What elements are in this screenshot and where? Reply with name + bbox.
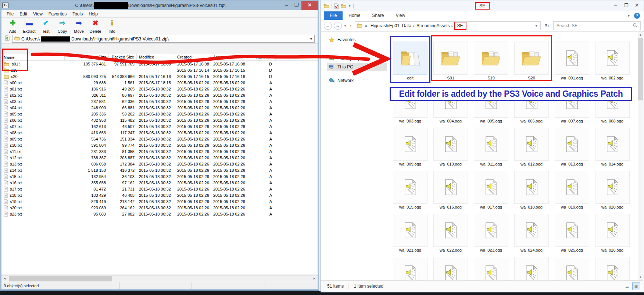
menu-item-favorites[interactable]: Favorites <box>46 11 69 17</box>
scrollbar-thumb[interactable] <box>9 276 112 281</box>
toolbar-button-copy[interactable]: ⇨Copy <box>54 18 71 34</box>
maximize-button[interactable]: ❐ <box>621 1 632 10</box>
scroll-right-icon[interactable]: ► <box>311 276 318 282</box>
toolbar-button-add[interactable]: ✚Add <box>4 18 21 34</box>
menu-item-edit[interactable]: Edit <box>17 11 30 17</box>
archive-row[interactable]: s17.txt81 47221 7312015-05-18 00:322015-… <box>1 186 318 192</box>
file-tile[interactable]: wa_017.ogg <box>474 171 508 204</box>
column-header-modified[interactable]: Modified <box>137 54 175 60</box>
vertical-scrollbar[interactable]: ▲ ▼ <box>638 32 643 280</box>
menu-item-view[interactable]: View <box>30 11 46 17</box>
archive-row[interactable]: s23.txt95 68327 0822015-05-18 00:322015-… <box>1 211 318 217</box>
file-tile[interactable]: wa_023.ogg <box>474 214 508 247</box>
menu-item-tools[interactable]: Tools <box>69 11 86 17</box>
file-tile[interactable]: wa_003.ogg <box>393 85 427 118</box>
file-tile[interactable] <box>595 257 630 281</box>
breadcrumb-item[interactable]: HigurashiEp01_Data <box>369 23 413 28</box>
horizontal-scrollbar[interactable]: ◄ ► <box>1 275 318 282</box>
folder-tile[interactable]: S19 <box>474 42 508 75</box>
file-tile[interactable]: wa_020.ogg <box>595 171 630 204</box>
archive-row[interactable]: s06.txt432 950115 4822015-05-18 00:32201… <box>1 117 318 123</box>
archive-row[interactable]: s04.txt248 90066 8812015-05-18 00:322015… <box>1 104 318 111</box>
tab-file[interactable]: File <box>324 11 343 20</box>
close-button[interactable]: ✕ <box>301 1 318 10</box>
search-input[interactable]: Search SE <box>553 21 641 30</box>
column-header-attributes[interactable]: Attributes <box>247 54 276 60</box>
file-tile[interactable] <box>393 257 427 281</box>
help-icon[interactable]: ? <box>634 13 640 19</box>
archive-row[interactable]: s01105 376 48197 591 7092015-05-17 16:08… <box>1 61 318 67</box>
file-tile[interactable] <box>433 257 468 281</box>
tab-view[interactable]: View <box>390 11 411 20</box>
breadcrumb-item[interactable]: SE <box>454 22 466 30</box>
maximize-button[interactable]: ❐ <box>291 1 301 10</box>
sevenzip-titlebar[interactable]: 7z C:\Users\Downloads\Higurashi\Higurash… <box>0 0 319 10</box>
file-tile[interactable]: wa_007.ogg <box>555 85 589 118</box>
column-header-created[interactable]: Created <box>175 54 211 60</box>
archive-row[interactable]: s13.txt606 058172 3842015-05-18 00:32201… <box>1 161 318 167</box>
column-header-accessed[interactable]: Accessed <box>211 54 247 60</box>
file-tile[interactable]: wa_005.ogg <box>474 85 508 118</box>
menu-item-help[interactable]: Help <box>86 11 101 17</box>
file-tile[interactable] <box>514 257 549 281</box>
archive-row[interactable]: s11.txt281 33381 3552015-05-18 00:322015… <box>1 148 318 154</box>
toolbar-button-info[interactable]: ℹInfo <box>104 18 120 34</box>
archive-row[interactable]: s12.txt738 367203 8872015-05-18 00:32201… <box>1 154 318 161</box>
archive-row[interactable]: s08.txt416 653117 2472015-05-18 00:32201… <box>1 129 318 136</box>
archive-row[interactable]: s01.txt186 91649 2652015-05-18 00:322015… <box>1 86 318 92</box>
file-tile[interactable]: wa_014.ogg <box>595 128 630 161</box>
scrollbar-thumb[interactable] <box>638 38 643 100</box>
archive-row[interactable]: s20.txt923 089264 1622015-05-18 00:32201… <box>1 205 318 211</box>
toolbar-button-test[interactable]: ✔Test <box>37 18 54 34</box>
recent-locations-icon[interactable]: ▼ <box>344 24 347 28</box>
tab-home[interactable]: Home <box>343 11 366 20</box>
archive-row[interactable]: s192015-05-17 16:142015-05-17 16:15D <box>1 67 318 73</box>
sidebar-item-homegroup[interactable]: Homegroup <box>327 54 363 62</box>
up-button[interactable]: ↑ <box>348 23 353 29</box>
archive-row[interactable]: s16.txt355 65897 1622015-05-18 00:322015… <box>1 180 318 186</box>
file-tile[interactable]: wa_008.ogg <box>595 85 630 118</box>
file-tile[interactable]: wa_002.ogg <box>595 42 630 75</box>
column-header-name[interactable]: Name <box>1 54 65 60</box>
archive-row[interactable]: s18.txt183 42946 4052015-05-18 00:322015… <box>1 192 318 198</box>
folder-tile[interactable]: S01 <box>433 42 468 75</box>
forward-button[interactable]: → <box>334 22 342 30</box>
toolbar-button-move[interactable]: ➡Move <box>71 18 87 34</box>
file-tile[interactable]: wa_022.ogg <box>433 214 468 247</box>
explorer-titlebar[interactable]: | ▼| SE – ❐ ✕ <box>321 0 644 11</box>
toolbar-button-extract[interactable]: ▬Extract <box>21 18 37 34</box>
ribbon-expand-icon[interactable]: ▼ <box>627 14 630 18</box>
breadcrumb-item[interactable]: StreamingAssets <box>415 23 452 28</box>
up-one-level-icon[interactable] <box>4 35 10 42</box>
file-tile[interactable]: wa_025.ogg <box>555 214 589 247</box>
file-tile[interactable]: wa_010.ogg <box>433 128 468 161</box>
file-tile[interactable]: wa_006.ogg <box>514 85 549 118</box>
sevenzip-address-combo[interactable]: C:\Users\Downloads\Higurashi\HigurashiPS… <box>12 35 315 43</box>
thumbnail-view-icon[interactable]: ▣ <box>632 282 640 290</box>
file-tile[interactable]: wa_012.ogg <box>514 128 549 161</box>
scroll-up-icon[interactable]: ▲ <box>638 32 643 38</box>
address-dropdown-icon[interactable]: ▼ <box>308 35 314 42</box>
address-bar[interactable]: « HigurashiEp01_Data▸StreamingAssets▸SE … <box>355 21 541 30</box>
archive-row[interactable]: s02.txt326 31186 6972015-05-18 00:322015… <box>1 92 318 98</box>
tab-share[interactable]: Share <box>366 11 390 20</box>
archive-row[interactable]: s05.txt205 33658 2022015-05-18 00:322015… <box>1 111 318 117</box>
folder-tile[interactable]: S20 <box>514 42 549 75</box>
customize-chevron-icon[interactable]: ▼ <box>348 4 351 8</box>
folder-tile[interactable]: edit <box>393 42 427 75</box>
archive-row[interactable]: s07.txt162 61346 5072015-05-18 00:322015… <box>1 123 318 129</box>
column-header-size[interactable]: Size <box>65 54 109 60</box>
sidebar-item-network[interactable]: Network <box>327 77 356 84</box>
details-view-icon[interactable]: ☰ <box>623 282 631 290</box>
refresh-icon[interactable]: ↻ <box>543 23 551 29</box>
file-tile[interactable] <box>474 257 508 281</box>
archive-row[interactable]: s03.txt237 58162 3362015-05-18 00:322015… <box>1 98 318 104</box>
file-tile[interactable]: wa_024.ogg <box>514 214 549 247</box>
archive-row[interactable]: s00.txt29 6881 5612015-05-17 18:152015-0… <box>1 79 318 86</box>
archive-row[interactable]: s19.txt826 419213 1422015-05-18 00:32201… <box>1 198 318 205</box>
file-tile[interactable]: wa_019.ogg <box>555 171 589 204</box>
file-tile[interactable]: wa_004.ogg <box>433 85 468 118</box>
minimize-button[interactable]: – <box>610 1 621 10</box>
file-tile[interactable]: wa_016.ogg <box>433 171 468 204</box>
file-tile[interactable]: wa_018.ogg <box>514 171 549 204</box>
